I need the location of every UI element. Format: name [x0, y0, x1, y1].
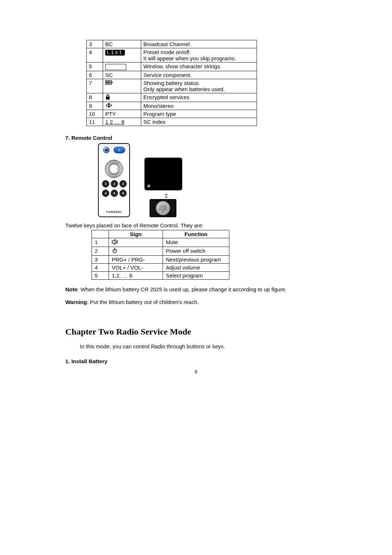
svg-marker-8: [109, 104, 112, 107]
table-row: 1 Mute: [92, 238, 229, 247]
row-desc: Window, show character strings.: [141, 62, 257, 71]
table-row: 2 Power off switch: [92, 247, 229, 255]
row-num: 10: [87, 110, 103, 118]
row-func: Mute: [163, 238, 229, 247]
arrow-up-down-icon: [144, 193, 188, 198]
row-sign: [109, 247, 163, 255]
table-header-row: Sign Function: [92, 230, 229, 238]
row-sign: 1,2, … 6: [109, 271, 163, 279]
row-sign: [103, 93, 141, 102]
note-paragraph: Note: When the lithium battery CR 2025 i…: [65, 286, 327, 292]
row-num: 4: [87, 48, 103, 62]
note-label: Note: [65, 286, 77, 292]
col-function: Function: [163, 230, 229, 238]
row-func: Select program: [163, 271, 229, 279]
row-desc: Showing battery status. Only appear when…: [141, 79, 257, 93]
row-desc: SC index: [141, 118, 257, 126]
page-number: 6: [0, 369, 392, 374]
row-num: 7: [87, 79, 103, 93]
svg-rect-2: [106, 81, 107, 84]
warning-text: : Put the lithium battery out of childre…: [87, 299, 199, 305]
table-row: 9 Mono/stereo: [87, 102, 257, 110]
row-sign: [103, 62, 141, 71]
svg-marker-9: [105, 149, 107, 151]
table-row: 4 VOL+ / VOL- Adjust volume: [92, 263, 229, 271]
mute-icon: [112, 239, 118, 245]
remote-front: PRG+ PRG- VOL- VOL+ 1 2 3 4 5 6 TONGSHI: [98, 143, 130, 217]
warning-label: Warning: [65, 299, 87, 305]
remote-nav-ring: PRG+ PRG- VOL- VOL+: [105, 160, 123, 178]
row-func: Adjust volume: [163, 263, 229, 271]
remote-control-figure: PRG+ PRG- VOL- VOL+ 1 2 3 4 5 6 TONGSHI: [98, 143, 327, 217]
row-num: 3: [87, 40, 103, 48]
remote-power-button: [114, 147, 125, 153]
row-sign: VOL+ / VOL-: [109, 263, 163, 271]
window-box-icon: [105, 64, 126, 70]
row-sign: PRG+ / PRG-: [109, 255, 163, 263]
remote-mute-button: [103, 147, 110, 153]
row-num: 3: [92, 255, 109, 263]
chapter-two-title: Chapter Two Radio Service Mode: [65, 327, 327, 337]
row-desc: Service component.: [141, 71, 257, 79]
row-desc: Mono/stereo: [141, 102, 257, 110]
note-text: : When the lithium battery CR 2025 is us…: [77, 286, 286, 292]
remote-number-grid: 1 2 3 4 5 6: [102, 180, 126, 197]
row-func: Power off switch: [163, 247, 229, 255]
row-sign: 1 2 … 8: [103, 118, 141, 126]
row-sign: SC: [103, 71, 141, 79]
remote-keys-table: Sign Function 1 Mute 2 Power of: [91, 230, 229, 280]
row-num: 6: [87, 71, 103, 79]
table-row: 6 SC Service component.: [87, 71, 257, 79]
list-badge-icon: List: [105, 50, 125, 56]
row-sign: List: [103, 48, 141, 62]
row-desc: Preset mode on/off. It will appear when …: [141, 48, 257, 62]
section-1-title: 1. Install Battery: [65, 358, 327, 364]
row-sign: PTY: [103, 110, 141, 118]
svg-rect-6: [106, 97, 110, 100]
row-num: 9: [87, 102, 103, 110]
table-row: 4 List Preset mode on/off. It will appea…: [87, 48, 257, 62]
row-sign: [109, 238, 163, 247]
section-7-title: 7. Remote Control: [65, 135, 327, 141]
remote-num-4: 4: [102, 190, 109, 197]
svg-rect-4: [109, 81, 109, 84]
remote-back-figure: + CR2025 LITHIUM BATTERY 3V: [144, 158, 188, 217]
row-num: 5: [92, 271, 109, 279]
row-desc: Program type: [141, 110, 257, 118]
display-icons-table: 3 BC Broadcast Channel. 4 List Preset mo…: [86, 40, 257, 126]
svg-rect-3: [107, 81, 108, 84]
screw-icon: [147, 185, 150, 187]
col-sign: Sign: [109, 230, 163, 238]
remote-num-5: 5: [111, 190, 118, 197]
row-num: 8: [87, 93, 103, 102]
row-num: 11: [87, 118, 103, 126]
table-row: 5 1,2, … 6 Select program: [92, 271, 229, 279]
remote-num-2: 2: [111, 180, 118, 187]
coin-cell-icon: + CR2025 LITHIUM BATTERY 3V: [156, 201, 170, 215]
row-num: 2: [92, 247, 109, 255]
row-sign: [103, 102, 141, 110]
battery-icon: [105, 80, 113, 85]
table-row: 7 Showing battery status. Only appear wh…: [87, 79, 257, 93]
battery-holder: + CR2025 LITHIUM BATTERY 3V: [150, 199, 176, 217]
remote-brand: TONGSHI: [99, 210, 129, 214]
row-num: 5: [87, 62, 103, 71]
row-sign: [103, 79, 141, 93]
row-sign: BC: [103, 40, 141, 48]
table-row: 5 Window, show character strings.: [87, 62, 257, 71]
row-desc: Broadcast Channel.: [141, 40, 257, 48]
remote-num-1: 1: [102, 180, 109, 187]
svg-rect-1: [111, 82, 113, 83]
svg-marker-15: [112, 239, 115, 244]
row-func: Next/previous program: [163, 255, 229, 263]
table-row: 3 PRG+ / PRG- Next/previous program: [92, 255, 229, 263]
power-icon: [112, 248, 118, 254]
svg-marker-7: [106, 104, 109, 107]
svg-rect-5: [110, 81, 110, 84]
remote-num-3: 3: [119, 180, 127, 187]
row-desc: Encrypted services: [141, 93, 257, 102]
remote-num-6: 6: [119, 190, 127, 197]
remote-keys-intro: Twelve keys placed on face of Remote Con…: [65, 222, 327, 228]
chapter-intro: In this mode, you can control Radio thro…: [80, 343, 327, 349]
table-row: 3 BC Broadcast Channel.: [87, 40, 257, 48]
